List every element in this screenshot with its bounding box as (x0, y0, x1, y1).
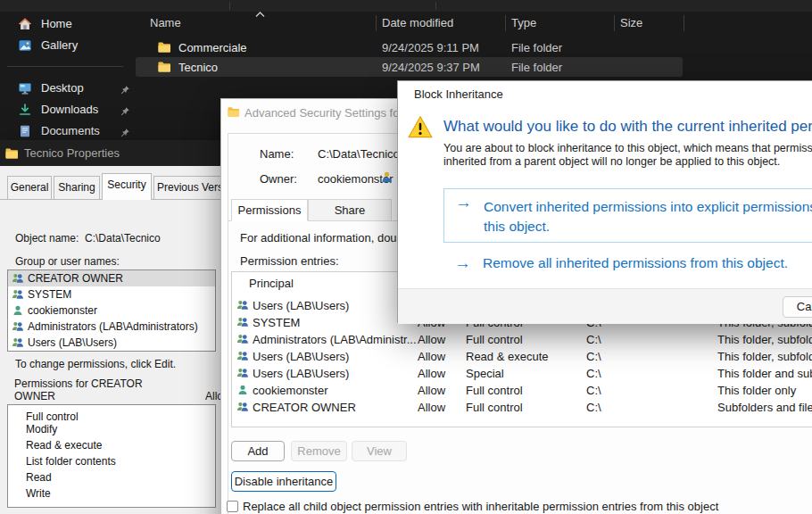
principal-column-header[interactable]: Principal (249, 277, 294, 290)
name-label: Name: (260, 147, 294, 161)
table-row[interactable]: Users (LAB\Users) Allow Read & execute C… (232, 348, 812, 365)
edit-hint-text: To change permissions, click Edit. (15, 358, 176, 370)
permission-label: Write (26, 487, 51, 500)
file-date: 9/24/2025 9:37 PM (382, 61, 480, 74)
permissions-for-label-line2: OWNER (14, 390, 55, 402)
sidebar-item-home[interactable]: Home (5, 13, 130, 35)
block-inheritance-title: Block Inheritance (414, 87, 503, 101)
entry-access: Full control (466, 401, 523, 414)
entry-principal: Users (LAB\Users) (253, 367, 349, 380)
remove-button[interactable]: Remove (291, 441, 347, 461)
file-name: Tecnico (178, 61, 218, 74)
table-row[interactable]: cookiemonster Allow Full control C:\ Thi… (232, 382, 812, 399)
screen: Name Date modified Type Size Home Galler… (0, 0, 812, 514)
replace-permissions-checkbox[interactable] (227, 501, 238, 512)
sidebar-item-downloads[interactable]: Downloads (5, 99, 130, 120)
group-icon (12, 272, 24, 285)
file-type: File folder (511, 61, 562, 74)
permission-item[interactable]: Read & execute (8, 437, 215, 453)
entry-applies-to: This folder, subfolders and files (717, 333, 812, 346)
column-header-name[interactable]: Name (150, 12, 181, 35)
entry-applies-to: Subfolders and files only (717, 401, 812, 414)
sidebar-item-documents[interactable]: Documents (5, 120, 130, 142)
principal-name: Administrators (LAB\Administrators) (28, 320, 198, 333)
column-header-size[interactable]: Size (620, 12, 642, 35)
block-body-line1: You are about to block inheritance to th… (443, 142, 812, 154)
principal-item-creator-owner[interactable]: CREATOR OWNER (8, 270, 215, 286)
remove-permissions-line1: Remove all inherited permissions from th… (483, 255, 788, 271)
principal-item-users[interactable]: Users (LAB\Users) (8, 335, 215, 351)
properties-dialog-title: Tecnico Properties (24, 146, 120, 160)
column-header-type[interactable]: Type (511, 12, 536, 35)
table-row[interactable]: CREATOR OWNER Allow Full control C:\ Sub… (232, 399, 812, 416)
principal-name: SYSTEM (28, 288, 71, 301)
column-divider[interactable] (505, 15, 506, 31)
permission-item[interactable]: List folder contents (8, 453, 215, 469)
sort-ascending-icon[interactable] (255, 5, 265, 21)
group-icon (12, 320, 24, 333)
user-icon (236, 384, 249, 396)
principal-item-cookiemonster[interactable]: cookiemonster (8, 303, 215, 319)
sidebar-item-label: Gallery (41, 38, 78, 52)
entry-inherited-from: C:\ (586, 384, 601, 397)
group-icon (236, 367, 249, 379)
tab-sharing[interactable]: Sharing (54, 176, 100, 199)
documents-icon (18, 124, 32, 138)
group-icon (12, 288, 24, 301)
principal-name: CREATOR OWNER (28, 272, 123, 285)
table-row[interactable]: Users (LAB\Users) Allow Special C:\ This… (232, 365, 812, 382)
column-divider[interactable] (376, 15, 377, 31)
owner-user-icon (380, 170, 394, 187)
entry-applies-to: This folder only (717, 384, 796, 397)
sidebar-item-gallery[interactable]: Gallery (5, 35, 130, 56)
group-icon (236, 299, 249, 311)
add-button[interactable]: Add (231, 441, 285, 461)
entry-inherited-from: C:\ (586, 350, 601, 363)
home-icon (18, 17, 32, 31)
remove-permissions-command-link[interactable]: → Remove all inherited permissions from … (443, 253, 812, 275)
view-button[interactable]: View (352, 441, 407, 461)
disable-inheritance-button[interactable]: Disable inheritance (231, 471, 336, 492)
entry-type: Allow (418, 384, 445, 397)
file-type: File folder (511, 41, 562, 54)
arrow-right-icon: → (454, 253, 471, 273)
file-row-tecnico[interactable]: Tecnico 9/24/2025 9:37 PM File folder (136, 57, 683, 77)
sidebar-item-desktop[interactable]: Desktop (5, 78, 130, 99)
permission-item[interactable]: Write (8, 485, 215, 502)
toolbar-divider (229, 2, 230, 10)
block-inheritance-heading: What would you like to do with the curre… (443, 118, 812, 136)
column-header-date-modified[interactable]: Date modified (382, 12, 453, 35)
group-icon (236, 401, 249, 413)
arrow-right-icon: → (455, 193, 472, 212)
permissions-listbox[interactable]: Full control Modify Read & execute List … (7, 404, 216, 508)
entry-access: Read & execute (466, 350, 549, 363)
principal-item-system[interactable]: SYSTEM (8, 286, 215, 303)
entry-principal: CREATOR OWNER (253, 401, 356, 414)
column-divider[interactable] (684, 15, 684, 31)
entry-access: Full control (466, 384, 523, 397)
tab-share[interactable]: Share (308, 199, 392, 221)
file-row-commerciale[interactable]: Commerciale 9/24/2025 9:11 PM File folde… (136, 37, 683, 57)
entry-access: Full control (466, 333, 523, 346)
table-row[interactable]: Administrators (LAB\Administr... Allow F… (232, 331, 812, 348)
entry-principal: Users (LAB\Users) (253, 299, 349, 312)
cancel-button[interactable]: Cancel (783, 296, 812, 318)
warning-icon (408, 115, 433, 143)
entry-type: Allow (418, 333, 445, 346)
principal-item-administrators[interactable]: Administrators (LAB\Administrators) (8, 319, 215, 335)
convert-permissions-command-link[interactable]: → Convert inherited permissions into exp… (443, 188, 812, 243)
group-user-listbox[interactable]: CREATOR OWNER SYSTEM cookiemonster (7, 269, 216, 352)
block-inheritance-dialog: Block Inheritance What would you like to… (397, 80, 812, 323)
permission-item[interactable]: Read (8, 469, 215, 485)
permission-label: Read & execute (26, 439, 102, 452)
sidebar-divider (7, 66, 123, 67)
permission-item[interactable]: Modify (8, 421, 215, 437)
column-divider[interactable] (614, 15, 615, 31)
permission-label: List folder contents (26, 455, 116, 468)
tab-permissions[interactable]: Permissions (231, 199, 308, 221)
group-icon (12, 336, 24, 349)
group-icon (236, 316, 249, 328)
permission-label: Read (26, 471, 52, 484)
tab-general[interactable]: General (7, 176, 52, 199)
tab-security[interactable]: Security (102, 173, 152, 200)
